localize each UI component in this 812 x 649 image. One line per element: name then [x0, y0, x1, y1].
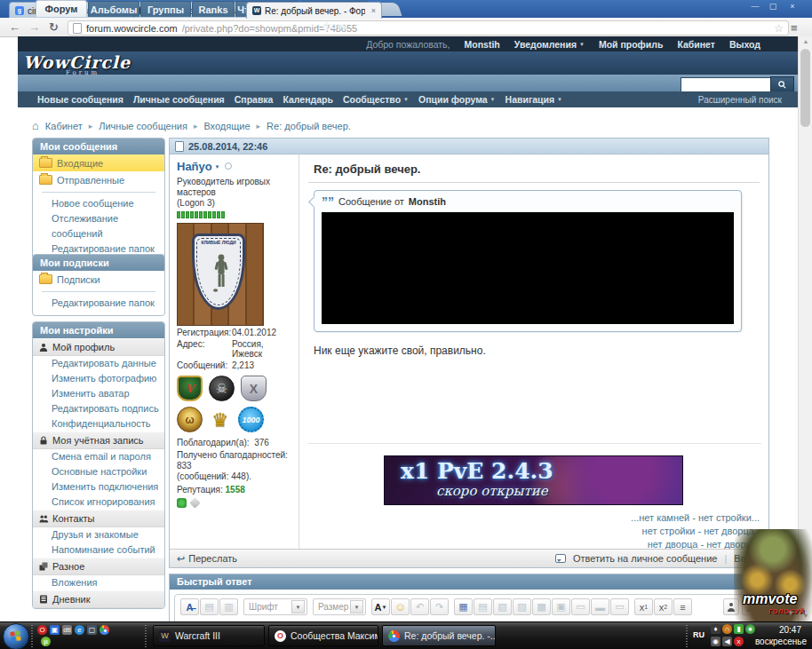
breadcrumb-inbox[interactable]: Входящие [203, 121, 250, 131]
topbar-profile-link[interactable]: Мой профиль [599, 39, 663, 50]
tray-day[interactable]: воскресенье [755, 637, 807, 646]
language-indicator[interactable]: RU [693, 630, 705, 639]
sidebar-link-edit-folders[interactable]: Редактирование папок [33, 296, 164, 311]
start-button[interactable] [3, 623, 29, 649]
font-color-button[interactable]: A▼ [371, 598, 390, 615]
quicklaunch-grid-icon[interactable]: dtl [62, 625, 72, 635]
sidebar-link-event-reminders[interactable]: Напоминание событий [33, 542, 164, 558]
tray-network-icon[interactable]: ◉ [711, 637, 720, 646]
advanced-search-link[interactable]: Расширенный поиск [698, 95, 782, 105]
sidebar-item-inbox[interactable]: Входящие [33, 154, 164, 171]
browser-tab-active[interactable]: W Re: добрый вечер. - Фору × [246, 2, 382, 19]
scroll-up-icon[interactable]: ▲ [799, 36, 812, 47]
quicklaunch-chrome-icon[interactable] [100, 625, 109, 635]
sidebar-link-ignore-list[interactable]: Список игнорирования [33, 495, 164, 510]
taskbar-grip[interactable] [31, 625, 33, 647]
sidebar-link-edit-avatar[interactable]: Изменить аватар [33, 386, 164, 401]
tab-forum[interactable]: Форум [36, 0, 87, 17]
breadcrumb-private-messages[interactable]: Личные сообщения [99, 121, 187, 131]
sidebar-link-track-messages[interactable]: Отслеживание сообщений [33, 211, 164, 241]
settings-group-contacts[interactable]: Контакты [33, 510, 164, 527]
reputation-icon[interactable] [177, 498, 187, 508]
tray-security-alert-icon[interactable]: x [734, 637, 744, 646]
font-select[interactable]: Шрифт▼ [243, 598, 307, 615]
tray-antivirus-icon[interactable]: ● [745, 624, 755, 634]
forward-icon[interactable]: → [28, 20, 40, 34]
refresh-icon[interactable]: ↻ [49, 20, 59, 34]
subnav-community[interactable]: Сообщество ▼ [343, 94, 409, 105]
sidebar-link-general-settings[interactable]: Основные настройки [33, 464, 164, 479]
tray-app-icon[interactable]: ♦ [711, 624, 720, 634]
reply-button[interactable]: Ответить на личное сообщение [573, 553, 718, 564]
align-right-button[interactable]: ▭ [610, 598, 629, 615]
settings-group-journal[interactable]: Дневник [33, 590, 164, 608]
forward-button[interactable]: ↩ Переслать [177, 553, 237, 565]
search-input[interactable] [681, 77, 771, 92]
scrollbar-thumb[interactable] [800, 49, 810, 127]
outdent-button[interactable]: ▩ [532, 598, 551, 615]
quicklaunch-app-icon[interactable]: ▣ [50, 625, 60, 635]
tab-groups[interactable]: Группы [140, 1, 191, 17]
size-select[interactable]: Размер▼ [313, 598, 366, 615]
quicklaunch-ie-icon[interactable]: e [75, 625, 84, 635]
topbar-username-link[interactable]: Monstih [465, 39, 500, 50]
mmvote-overlay[interactable]: mmvote ГОЛОСУЙ [734, 529, 812, 621]
window-maximize-button[interactable]: ▢ [766, 2, 780, 11]
tray-green-icon[interactable]: ▮ [734, 624, 744, 634]
window-close-button[interactable]: × [785, 2, 800, 11]
settings-group-misc[interactable]: Разное [33, 558, 164, 575]
horizontal-rule-button[interactable]: ≡ [673, 598, 692, 615]
signature-banner[interactable]: x1 PvE 2.4.3 скоро открытие [384, 455, 683, 505]
subnav-help[interactable]: Справка [235, 94, 274, 105]
quicklaunch-utorrent-icon[interactable]: µ [41, 637, 51, 646]
tray-clock[interactable]: 20:47 [779, 625, 801, 635]
taskbar-button-opera[interactable]: O Сообщества Максим... [268, 625, 378, 646]
sidebar-link-privacy[interactable]: Конфиденциальность [33, 416, 164, 431]
author-username-link[interactable]: Hañyo [177, 160, 212, 173]
subnav-private-messages[interactable]: Личные сообщения [133, 94, 225, 105]
indent-button[interactable]: ▨ [513, 598, 531, 615]
bookmark-star-icon[interactable]: ☆ [774, 22, 784, 35]
undo-button[interactable]: ↶ [410, 598, 429, 615]
tab-close-icon[interactable]: × [369, 6, 376, 15]
redo-button[interactable]: ↷ [430, 598, 449, 615]
user-menu-arrow-icon[interactable]: ▼ [215, 164, 220, 170]
window-minimize-button[interactable]: — [748, 2, 762, 11]
ordered-list-button[interactable]: ▧ [493, 598, 512, 615]
taskbar-button-chrome-active[interactable]: Re: добрый вечер. -... [382, 625, 496, 646]
breadcrumb-cabinet[interactable]: Кабинет [45, 121, 83, 131]
report-icon[interactable] [189, 497, 200, 508]
image-button[interactable]: ▣ [552, 598, 570, 615]
back-icon[interactable]: ← [9, 20, 20, 34]
sidebar-link-change-email[interactable]: Смена email и пароля [33, 449, 164, 464]
subnav-calendar[interactable]: Календарь [283, 94, 332, 105]
taskbar-grip[interactable] [145, 625, 147, 647]
subscript-button[interactable]: x1 [634, 598, 653, 615]
sidebar-item-sent[interactable]: Отправленные [33, 171, 164, 188]
browser-menu-icon[interactable]: ≡ [791, 21, 798, 35]
settings-group-account[interactable]: Моя учётная запись [33, 431, 164, 449]
sidebar-link-edit-signature[interactable]: Редактировать подпись [33, 401, 164, 416]
tray-volume-icon[interactable]: ◀ [722, 637, 732, 646]
list-button[interactable]: ▤ [474, 598, 492, 615]
paste-word-button[interactable]: ▥ [219, 598, 238, 615]
paste-text-button[interactable]: ▤ [200, 598, 219, 615]
quicklaunch-opera-icon[interactable]: O [37, 625, 47, 635]
settings-group-my-profile[interactable]: Мой профиль [33, 338, 164, 356]
table-button[interactable]: ▦ [454, 598, 473, 615]
sidebar-link-edit-photo[interactable]: Изменить фотографию [33, 371, 164, 386]
superscript-button[interactable]: x2 [654, 598, 673, 615]
smilies-button[interactable]: ☺ [391, 598, 410, 615]
topbar-notifications-link[interactable]: Уведомления ▼ [514, 39, 585, 50]
collapse-arrow-icon[interactable]: ▼ [787, 609, 794, 617]
align-center-button[interactable]: ▬ [591, 598, 609, 615]
sidebar-link-friends[interactable]: Друзья и знакомые [33, 527, 164, 542]
topbar-logout-link[interactable]: Выход [729, 39, 760, 50]
url-bar[interactable]: forum.wowcircle.com /private.php?do=show… [68, 20, 789, 36]
subnav-navigation[interactable]: Навигация ▼ [506, 94, 562, 105]
tab-ranks[interactable]: Ranks [192, 1, 235, 17]
avatar[interactable]: КЛИВЫЕ ЛЮДИ [177, 223, 264, 326]
subnav-new-messages[interactable]: Новые сообщения [37, 94, 123, 105]
search-button[interactable] [770, 76, 794, 92]
sidebar-link-connections[interactable]: Изменить подключения [33, 479, 164, 495]
